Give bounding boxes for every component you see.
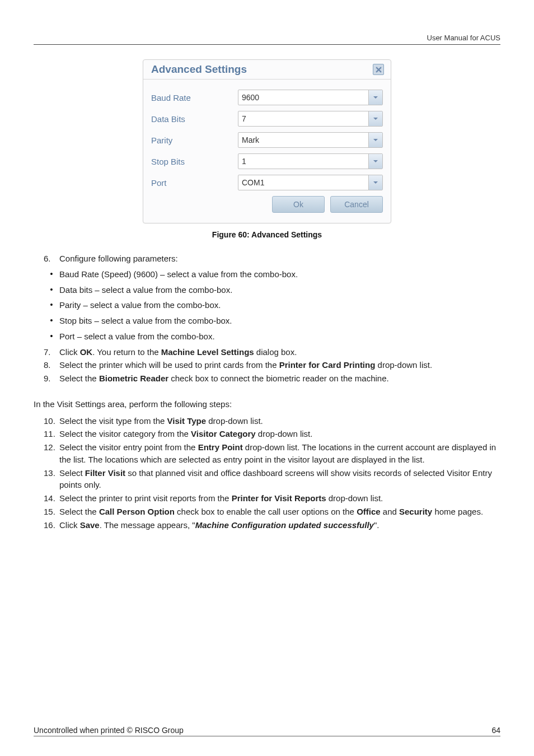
text-fragment: Select the	[59, 507, 99, 516]
text-fragment: check box to connect the biometric reade…	[168, 374, 389, 383]
chevron-down-icon[interactable]	[368, 133, 382, 147]
text-fragment: drop-down list.	[375, 360, 432, 370]
list-item: 16. Click Save. The message appears, "Ma…	[44, 519, 500, 531]
item-text: Click OK. You return to the Machine Leve…	[59, 346, 500, 358]
text-fragment: Click	[59, 347, 80, 357]
list-item: Baud Rate (Speed) (9600) – select a valu…	[44, 268, 500, 281]
port-combobox[interactable]: COM1	[238, 175, 383, 190]
text-fragment: home pages.	[432, 507, 483, 516]
item-text: Select the Biometric Reader check box to…	[59, 372, 500, 385]
chevron-down-icon[interactable]	[368, 111, 382, 126]
text-fragment: Select the printer to print visit report…	[59, 493, 232, 503]
bullet-icon	[44, 284, 59, 296]
text-bold: Save	[80, 520, 100, 530]
text-bold: Security	[399, 507, 432, 516]
item-text: Select the Call Person Option check box …	[59, 506, 500, 518]
text-fragment: drop-down list.	[206, 416, 263, 426]
text-fragment: Select the visit type from the	[59, 416, 167, 426]
text-fragment: check box to enable the call user option…	[175, 507, 357, 516]
item-number: 9.	[44, 372, 59, 385]
text-bold: OK	[80, 347, 93, 357]
section-intro: In the Visit Settings area, perform the …	[34, 398, 500, 410]
header-text: User Manual for ACUS	[34, 34, 500, 42]
text-bold: Filter Visit	[85, 468, 125, 478]
bullet-icon	[44, 330, 59, 343]
text-fragment: drop-down list.	[326, 493, 383, 503]
data-bits-value: 7	[238, 111, 368, 126]
text-fragment: and	[381, 507, 399, 516]
text-fragment: Select the visitor category from the	[59, 429, 191, 438]
baud-rate-combobox[interactable]: 9600	[238, 90, 383, 105]
chevron-down-icon[interactable]	[368, 175, 382, 190]
list-item: Parity – select a value from the combo-b…	[44, 299, 500, 311]
item-number: 16.	[44, 519, 59, 531]
text-bold: Machine Level Settings	[161, 347, 254, 357]
text-fragment: Select	[59, 468, 85, 478]
list-item: 6. Configure following parameters:	[44, 253, 500, 265]
text-fragment: drop-down list.	[256, 429, 313, 438]
list-item: 7. Click OK. You return to the Machine L…	[44, 346, 500, 358]
text-bold-italic: Machine Configuration updated successful…	[195, 520, 374, 530]
text-fragment: dialog box.	[254, 347, 297, 357]
advanced-settings-dialog: Advanced Settings Baud Rate 9600 Data Bi…	[143, 59, 391, 223]
page-number: 64	[491, 726, 500, 735]
list-item: 9. Select the Biometric Reader check box…	[44, 372, 500, 385]
item-text: Click Save. The message appears, "Machin…	[59, 519, 500, 531]
figure-caption: Figure 60: Advanced Settings	[34, 230, 500, 239]
text-fragment: Select the printer which will be used to…	[59, 360, 279, 370]
parity-label: Parity	[151, 136, 238, 145]
ok-button[interactable]: Ok	[272, 196, 325, 213]
item-text: Select the visitor category from the Vis…	[59, 428, 500, 440]
item-number: 12.	[44, 441, 59, 466]
item-text: Select the printer to print visit report…	[59, 492, 500, 505]
item-text: Baud Rate (Speed) (9600) – select a valu…	[59, 268, 298, 281]
list-item: Port – select a value from the combo-box…	[44, 330, 500, 343]
text-fragment: . You return to the	[92, 347, 161, 357]
header-rule	[34, 44, 500, 45]
item-text: Select Filter Visit so that planned visi…	[59, 467, 500, 492]
text-fragment: ".	[374, 520, 380, 530]
parity-combobox[interactable]: Mark	[238, 132, 383, 148]
stop-bits-combobox[interactable]: 1	[238, 153, 383, 169]
baud-rate-label: Baud Rate	[151, 93, 238, 102]
list-item: 15. Select the Call Person Option check …	[44, 506, 500, 518]
bullet-icon	[44, 315, 59, 327]
port-value: COM1	[238, 175, 368, 190]
chevron-down-icon[interactable]	[368, 90, 382, 105]
data-bits-combobox[interactable]: 7	[238, 111, 383, 127]
footer-rule	[34, 736, 500, 736]
item-text: Parity – select a value from the combo-b…	[59, 299, 221, 311]
list-item: 10. Select the visit type from the Visit…	[44, 415, 500, 427]
text-fragment: Click	[59, 520, 80, 530]
item-number: 11.	[44, 428, 59, 440]
text-fragment: Select the visitor entry point from the	[59, 442, 198, 452]
footer-left: Uncontrolled when printed © RISCO Group	[34, 726, 184, 735]
list-item: Stop bits – select a value from the comb…	[44, 315, 500, 327]
list-item: 12. Select the visitor entry point from …	[44, 441, 500, 466]
item-number: 8.	[44, 359, 59, 371]
stop-bits-value: 1	[238, 154, 368, 169]
list-item: Data bits – select a value from the comb…	[44, 284, 500, 296]
item-number: 10.	[44, 415, 59, 427]
item-text: Select the printer which will be used to…	[59, 359, 500, 371]
baud-rate-value: 9600	[238, 90, 368, 105]
chevron-down-icon[interactable]	[368, 154, 382, 169]
text-bold: Call Person Option	[99, 507, 175, 516]
text-bold: Printer for Visit Reports	[232, 493, 326, 503]
cancel-button[interactable]: Cancel	[330, 196, 383, 213]
text-bold: Printer for Card Printing	[279, 360, 376, 370]
close-icon[interactable]	[373, 64, 384, 75]
item-number: 15.	[44, 506, 59, 518]
text-bold: Visit Type	[167, 416, 206, 426]
item-text: Stop bits – select a value from the comb…	[59, 315, 232, 327]
text-bold: Visitor Category	[191, 429, 256, 438]
item-text: Select the visitor entry point from the …	[59, 441, 500, 466]
text-fragment: . The message appears, "	[100, 520, 195, 530]
data-bits-label: Data Bits	[151, 114, 238, 124]
item-number: 13.	[44, 467, 59, 492]
text-bold: Entry Point	[198, 442, 243, 452]
text-bold: Biometric Reader	[99, 374, 168, 383]
dialog-title: Advanced Settings	[151, 63, 247, 76]
item-number: 6.	[44, 253, 59, 265]
item-text: Port – select a value from the combo-box…	[59, 330, 215, 343]
